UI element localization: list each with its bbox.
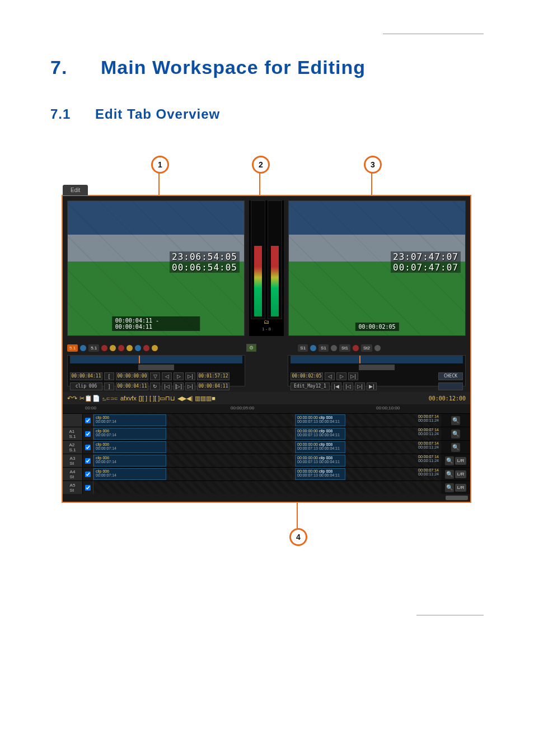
toolbar-icon[interactable]: 📄 xyxy=(92,395,100,402)
toolbar-icon[interactable]: [ ] xyxy=(154,395,160,402)
audio-mode-pill[interactable]: S1 xyxy=(318,344,329,352)
loop-icon[interactable]: ↻ xyxy=(150,382,160,390)
source-trackhead[interactable] xyxy=(138,365,174,370)
track-lane[interactable]: clip 00600:00:07:1400:00:00:00 clip 0080… xyxy=(93,441,441,454)
toolbar-icon[interactable]: 📋 xyxy=(85,395,92,402)
lr-toggle[interactable]: L/R xyxy=(455,457,466,465)
toolbar-icon[interactable]: [ ] xyxy=(149,395,154,402)
zoom-icon[interactable]: 🔍 xyxy=(451,430,460,438)
timeline-clip[interactable]: 00:00:00:00 clip 00800:00:07:13 00:00:04… xyxy=(295,414,345,426)
scrollbar-thumb[interactable] xyxy=(446,496,468,500)
edit-tab[interactable]: Edit xyxy=(63,185,88,195)
timeline-clip[interactable]: 00:00:00:00 clip 00800:00:07:13 00:00:04… xyxy=(295,428,345,440)
track-enable-checkbox[interactable] xyxy=(85,485,91,491)
audio-mode-pill[interactable]: S1 xyxy=(298,344,308,352)
program-scrub[interactable] xyxy=(291,356,463,363)
track-enable-checkbox[interactable] xyxy=(85,445,91,450)
audio-channel-dot[interactable] xyxy=(118,345,124,351)
audio-channel-dot[interactable] xyxy=(101,345,107,351)
toolbar-icon[interactable]: ✂ xyxy=(79,395,85,402)
audio-channel-dot[interactable] xyxy=(152,345,158,351)
source-player[interactable]: 23:06:54:05 00:06:54:05 00:00:04:11 - 00… xyxy=(67,200,245,336)
audio-mode-pill[interactable]: 5.1 xyxy=(67,344,78,352)
toolbar-icon[interactable]: ↷ xyxy=(72,395,77,402)
zoom-icon[interactable]: 🔍 xyxy=(445,483,454,492)
toolbar-icon[interactable]: ◀| xyxy=(186,395,193,402)
toolbar-icon[interactable]: [ ] xyxy=(142,395,147,402)
toolbar-icon[interactable]: ↶ xyxy=(67,395,72,402)
play-range-icon[interactable]: [▷] xyxy=(174,382,184,390)
toolbar-icon[interactable]: ▥ xyxy=(200,395,206,402)
prg-step-back-icon[interactable]: ◁ xyxy=(325,372,335,380)
track-header[interactable] xyxy=(63,414,83,427)
audio-channel-dot[interactable] xyxy=(143,345,149,351)
audio-channel-dot[interactable] xyxy=(353,345,359,351)
audio-channel-dot[interactable] xyxy=(110,345,116,351)
prg-play-icon[interactable]: ▷ xyxy=(336,372,346,380)
track-header[interactable]: A1S.1 xyxy=(63,427,83,440)
lr-toggle[interactable]: L/R xyxy=(455,470,466,478)
track-header[interactable]: A4St xyxy=(63,468,83,480)
audio-channel-dot[interactable] xyxy=(331,345,337,351)
audio-channel-dot[interactable] xyxy=(135,345,141,351)
prev-edit-icon[interactable]: |◁ xyxy=(343,382,353,390)
next-edit-icon[interactable]: ▷| xyxy=(355,382,365,390)
toolbar-icon[interactable]: ▭ xyxy=(160,395,165,402)
timeline-ruler[interactable]: 00:00 00:00;05:00 00:00;10:00 xyxy=(63,404,470,413)
track-header[interactable]: A3St xyxy=(63,454,83,467)
track-header[interactable]: A5St xyxy=(63,481,83,494)
step-fwd-icon[interactable]: ▷| xyxy=(185,372,195,380)
timeline-clip[interactable]: 00:00:00:00 clip 00800:00:07:13 00:00:04… xyxy=(295,468,345,480)
track-lane[interactable]: clip 00600:00:07:1400:00:00:00 clip 0080… xyxy=(93,454,441,467)
audio-channel-dot[interactable] xyxy=(80,345,86,351)
track-lane[interactable]: clip 00600:00:07:1400:00:00:00 clip 0080… xyxy=(93,414,441,427)
track-enable-checkbox[interactable] xyxy=(85,418,91,423)
source-scrub[interactable] xyxy=(70,356,242,363)
audio-channel-dot[interactable] xyxy=(310,345,316,351)
zoom-icon[interactable]: 🔍 xyxy=(445,456,454,465)
toolbar-icon[interactable]: ▥ xyxy=(195,395,200,402)
track-enable-checkbox[interactable] xyxy=(85,458,91,464)
timeline-clip[interactable]: clip 00600:00:07:14 xyxy=(93,441,166,453)
toolbar-icon[interactable]: ⊏ xyxy=(114,395,118,402)
audio-mode-pill[interactable]: 5.1 xyxy=(88,344,99,352)
track-enable-checkbox[interactable] xyxy=(85,431,91,437)
audio-mode-pill[interactable]: St2 xyxy=(361,344,372,352)
toolbar-icon[interactable]: ▥ xyxy=(206,395,212,402)
audio-channel-dot[interactable] xyxy=(374,345,381,351)
mark-reset-icon[interactable]: ▽ xyxy=(150,372,160,380)
program-player[interactable]: 23:07:47:07 00:07:47:07 00:00:02:05 xyxy=(288,200,466,336)
secondary-button[interactable] xyxy=(438,382,463,390)
goto-start-icon[interactable]: |◀ xyxy=(331,382,341,390)
timeline-clip[interactable]: clip 00600:00:07:14 xyxy=(93,468,166,480)
goto-end-icon[interactable]: ▶| xyxy=(367,382,377,390)
toolbar-icon[interactable]: ⊏⊐ xyxy=(106,395,114,402)
step-back-icon[interactable]: ◁ xyxy=(162,372,172,380)
toolbar-icon[interactable]: afx xyxy=(120,395,129,402)
track-enable-checkbox[interactable] xyxy=(85,472,91,477)
track-header[interactable]: A2S.1 xyxy=(63,441,83,454)
toolbar-icon[interactable]: ⊓⊔ xyxy=(165,395,175,402)
mark-out-icon[interactable]: ] xyxy=(104,382,114,390)
toolbar-icon[interactable]: ■ xyxy=(212,395,216,402)
track-lane[interactable]: clip 00600:00:07:1400:00:00:00 clip 0080… xyxy=(93,427,441,440)
toolbar-icon[interactable]: ⎁ xyxy=(102,395,106,402)
toolbar-icon[interactable]: vfx xyxy=(129,395,137,402)
zoom-icon[interactable]: 🔍 xyxy=(451,443,460,452)
track-lane[interactable]: clip 00600:00:07:1400:00:00:00 clip 0080… xyxy=(93,468,441,480)
timeline-clip[interactable]: 00:00:00:00 clip 00800:00:07:13 00:00:04… xyxy=(295,441,345,453)
program-trackhead[interactable] xyxy=(359,365,394,370)
settings-icon[interactable]: ⚙ xyxy=(246,344,256,352)
track-lane[interactable] xyxy=(93,481,441,494)
audio-mode-pill[interactable]: St1 xyxy=(339,344,350,352)
check-button[interactable]: CHECK xyxy=(438,372,463,380)
timeline-clip[interactable]: 00:00:00:00 clip 00800:00:07:13 00:00:04… xyxy=(295,455,345,466)
timeline-clip[interactable]: clip 00600:00:07:14 xyxy=(93,455,166,466)
audio-channel-dot[interactable] xyxy=(127,345,133,351)
lr-toggle[interactable]: L/R xyxy=(455,484,466,492)
goto-in-icon[interactable]: |◁ xyxy=(162,382,172,390)
timeline-scrollbar[interactable] xyxy=(63,494,470,502)
zoom-icon[interactable]: 🔍 xyxy=(445,470,454,479)
play-icon[interactable]: ▷ xyxy=(174,372,184,380)
mark-in-icon[interactable]: [ xyxy=(104,372,114,380)
